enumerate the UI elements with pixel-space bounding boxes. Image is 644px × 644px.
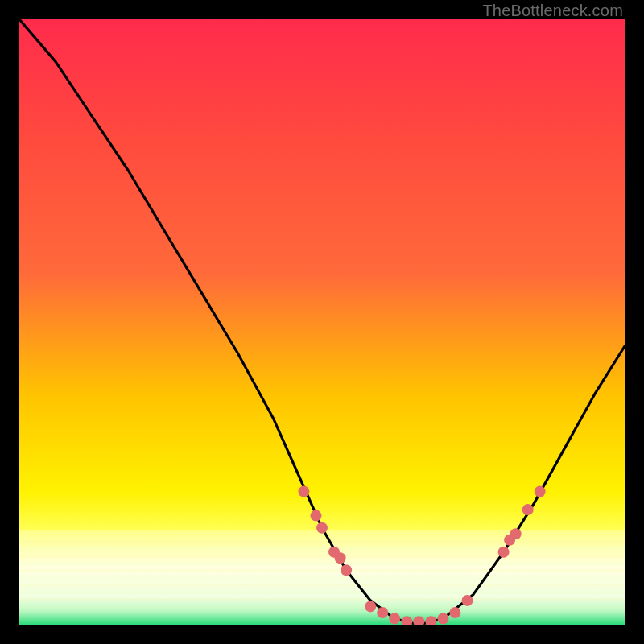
chart-overlay bbox=[19, 19, 625, 625]
curve-dot bbox=[341, 564, 352, 576]
curve-dot bbox=[377, 607, 388, 618]
curve-dot bbox=[425, 616, 436, 625]
curve-dot bbox=[510, 528, 522, 539]
curve-dot bbox=[389, 613, 400, 625]
curve-dot bbox=[298, 486, 309, 497]
curve-dot bbox=[522, 504, 534, 515]
chart-frame bbox=[19, 19, 625, 625]
curve-dot bbox=[413, 616, 424, 625]
watermark-text: TheBottleneck.com bbox=[482, 2, 623, 20]
curve-dot bbox=[535, 486, 546, 497]
curve-dot bbox=[365, 601, 376, 612]
curve-dot bbox=[462, 595, 473, 606]
bottleneck-curve bbox=[19, 19, 625, 625]
curve-dot bbox=[449, 607, 460, 618]
curve-dot bbox=[316, 522, 328, 534]
curve-dot bbox=[401, 616, 412, 625]
curve-dot bbox=[311, 510, 322, 522]
curve-dot bbox=[335, 552, 346, 564]
curve-dot bbox=[437, 613, 448, 625]
curve-dot bbox=[498, 547, 510, 558]
curve-dots bbox=[298, 486, 545, 625]
